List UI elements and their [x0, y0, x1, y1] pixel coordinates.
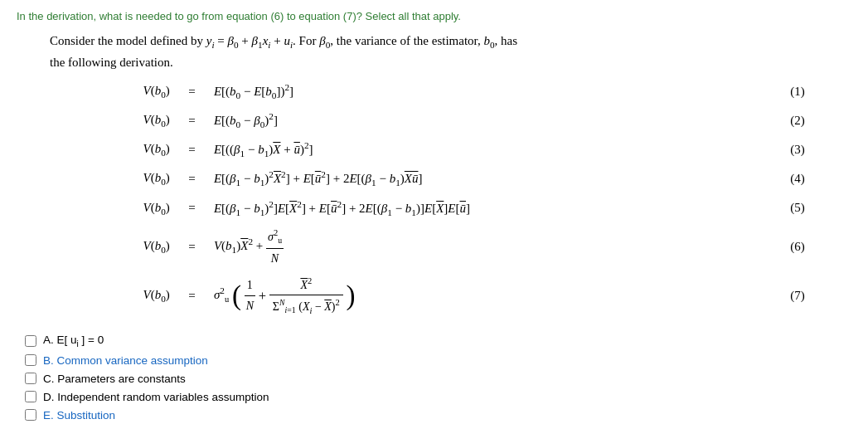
option-B-label: B. Common variance assumption — [43, 354, 208, 367]
equation-row-6: V(b0) = V(b1)X2 + σ2u N (6) — [58, 223, 809, 271]
equation-row-7: V(b0) = σ2u ( 1 N + X2 ΣNi=1 (Xi − X)2 ) — [58, 271, 809, 321]
equation-row-1: V(b0) = E[(b0 − E[b0])2] (1) — [58, 77, 809, 106]
option-B: B. Common variance assumption — [25, 354, 851, 367]
option-D: D. Independent random variables assumpti… — [25, 391, 851, 403]
option-C-label: C. Parameters are constants — [43, 373, 186, 385]
checkbox-E[interactable] — [25, 409, 36, 421]
option-D-label: D. Independent random variables assumpti… — [43, 391, 269, 403]
checkbox-A[interactable] — [25, 335, 36, 347]
checkbox-D[interactable] — [25, 391, 36, 402]
option-A-label: A. E[ ui ] = 0 — [43, 334, 104, 348]
option-C: C. Parameters are constants — [25, 373, 851, 385]
checkbox-C[interactable] — [25, 373, 36, 384]
equation-row-4: V(b0) = E[(β1 − b1)2X2] + E[ū2] + 2E[(β1… — [58, 164, 809, 193]
equation-row-2: V(b0) = E[(b0 − β0)2] (2) — [58, 106, 809, 135]
options-section: A. E[ ui ] = 0 B. Common variance assump… — [25, 334, 851, 422]
option-A: A. E[ ui ] = 0 — [25, 334, 851, 348]
intro-paragraph: Consider the model defined by yi = β0 + … — [50, 31, 851, 72]
equations-table: V(b0) = E[(b0 − E[b0])2] (1) V(b0) = E[(… — [58, 77, 809, 320]
option-E-label: E. Substitution — [43, 409, 115, 422]
checkbox-B[interactable] — [25, 354, 36, 366]
option-E: E. Substitution — [25, 409, 851, 422]
equation-row-3: V(b0) = E[((β1 − b1)X + ū)2] (3) — [58, 135, 809, 164]
question-text: In the derivation, what is needed to go … — [17, 10, 851, 22]
equation-row-5: V(b0) = E[(β1 − b1)2]E[X2] + E[ū2] + 2E[… — [58, 194, 809, 223]
